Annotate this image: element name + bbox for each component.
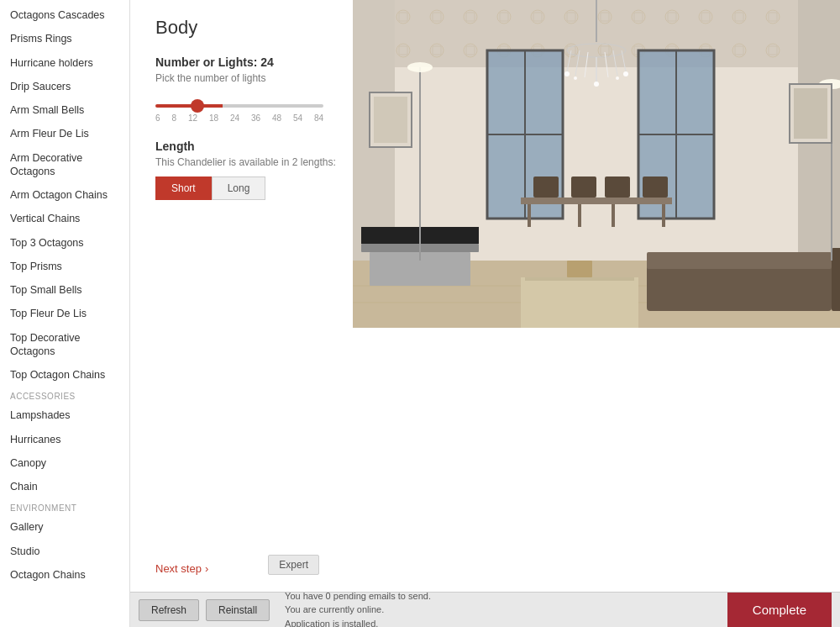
svg-point-45: [564, 71, 570, 76]
svg-point-53: [407, 62, 433, 72]
room-image: [353, 0, 840, 328]
sidebar-item-4[interactable]: Arm Small Bells: [0, 98, 129, 122]
refresh-button[interactable]: Refresh: [139, 599, 199, 621]
svg-rect-28: [647, 252, 832, 269]
svg-rect-29: [832, 248, 840, 311]
short-length-button[interactable]: Short: [155, 177, 212, 200]
sidebar-item-8[interactable]: Vertical Chains: [0, 207, 129, 230]
svg-point-48: [616, 76, 619, 80]
svg-rect-24: [571, 177, 596, 198]
sidebar-item-11[interactable]: Top Small Bells: [0, 278, 129, 302]
footer-status: You have 0 pending emails to send. You a…: [276, 589, 721, 627]
sidebar-item-0[interactable]: Octagons Cascades: [0, 3, 129, 27]
next-step-link[interactable]: Next step ›: [155, 562, 208, 575]
svg-rect-25: [605, 177, 630, 198]
sidebar-item-7[interactable]: Arm Octagon Chains: [0, 183, 129, 207]
page-title: Body: [155, 17, 197, 39]
sidebar-item-1[interactable]: Prisms Rings: [0, 27, 129, 50]
svg-rect-31: [525, 277, 634, 281]
svg-rect-30: [521, 277, 638, 328]
sidebar-item-22[interactable]: Studio: [0, 540, 129, 563]
svg-point-47: [594, 82, 599, 87]
next-step-arrow-icon: ›: [205, 562, 208, 575]
svg-rect-57: [374, 97, 407, 143]
sidebar-item-10[interactable]: Top Prisms: [0, 255, 129, 278]
complete-button[interactable]: Complete: [727, 593, 832, 628]
sidebar-section-environment: ENVIRONMENT: [0, 498, 129, 515]
svg-rect-26: [643, 177, 668, 198]
long-length-button[interactable]: Long: [212, 177, 266, 200]
sidebar-item-2[interactable]: Hurricane holders: [0, 51, 129, 75]
sidebar-item-9[interactable]: Top 3 Octagons: [0, 231, 129, 255]
status-line-3: Application is installed.: [285, 617, 721, 627]
expert-button[interactable]: Expert: [268, 555, 319, 575]
sidebar: Octagons CascadesPrisms RingsHurricane h…: [0, 0, 130, 627]
svg-rect-55: [794, 88, 827, 139]
content-inner: Body Lights Number or Lights: 24 Pick th…: [130, 0, 840, 592]
sidebar-item-5[interactable]: Arm Fleur De Lis: [0, 122, 129, 145]
svg-rect-18: [521, 198, 672, 204]
sidebar-item-17[interactable]: Hurricanes: [0, 428, 129, 451]
main-content: Body Lights Number or Lights: 24 Pick th…: [130, 0, 840, 627]
sidebar-item-12[interactable]: Top Fleur De Lis: [0, 302, 129, 325]
next-step-label: Next step: [155, 562, 202, 575]
sidebar-item-21[interactable]: Gallery: [0, 515, 129, 539]
svg-point-46: [574, 76, 577, 80]
room-svg: [353, 0, 840, 328]
sidebar-section-accessories: ACCESSORIES: [0, 387, 129, 403]
svg-rect-32: [567, 261, 592, 277]
sidebar-item-3[interactable]: Drip Saucers: [0, 75, 129, 98]
footer-bar: Refresh Reinstall You have 0 pending ema…: [130, 592, 840, 627]
sidebar-item-23[interactable]: Octagon Chains: [0, 563, 129, 587]
sidebar-item-13[interactable]: Top Decorative Octagons: [0, 326, 129, 364]
reinstall-button[interactable]: Reinstall: [206, 599, 270, 621]
lights-slider[interactable]: [155, 104, 323, 108]
sidebar-item-16[interactable]: Lampshades: [0, 403, 129, 427]
status-line-2: You are currently online.: [285, 603, 721, 617]
svg-point-49: [623, 71, 628, 76]
sidebar-item-18[interactable]: Canopy: [0, 451, 129, 475]
sidebar-scroll: Octagons CascadesPrisms RingsHurricane h…: [0, 0, 129, 627]
sidebar-item-19[interactable]: Chain: [0, 475, 129, 498]
sidebar-item-6[interactable]: Arm Decorative Octagons: [0, 146, 129, 184]
slider-labels: 6 8 12 18 24 36 48 54 84: [155, 113, 323, 123]
sidebar-item-14[interactable]: Top Octagon Chains: [0, 363, 129, 387]
svg-rect-23: [533, 177, 559, 198]
